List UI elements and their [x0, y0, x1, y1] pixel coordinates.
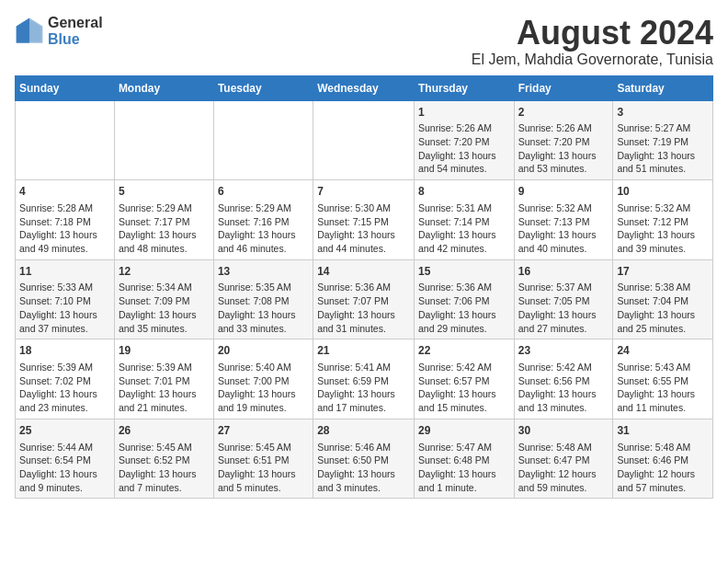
- calendar-week-row: 18Sunrise: 5:39 AMSunset: 7:02 PMDayligh…: [16, 339, 713, 419]
- day-info: Sunset: 7:04 PM: [617, 294, 709, 308]
- day-info: Sunset: 7:05 PM: [518, 294, 609, 308]
- calendar-header-row: SundayMondayTuesdayWednesdayThursdayFrid…: [16, 75, 713, 100]
- day-info: Sunset: 7:16 PM: [218, 215, 309, 229]
- day-number: 24: [617, 343, 709, 359]
- day-info: and 19 minutes.: [218, 401, 309, 415]
- day-info: Sunrise: 5:32 AM: [518, 201, 609, 215]
- day-info: Sunrise: 5:39 AM: [19, 361, 110, 374]
- calendar-day-cell: [313, 100, 415, 180]
- calendar-day-cell: 8Sunrise: 5:31 AMSunset: 7:14 PMDaylight…: [414, 180, 514, 260]
- column-header-wednesday: Wednesday: [313, 75, 415, 100]
- day-info: Daylight: 13 hours: [119, 228, 210, 242]
- day-number: 28: [317, 423, 410, 439]
- day-info: Daylight: 13 hours: [119, 308, 210, 322]
- svg-marker-2: [17, 18, 29, 43]
- day-info: Sunset: 7:19 PM: [617, 135, 709, 149]
- calendar-day-cell: 16Sunrise: 5:37 AMSunset: 7:05 PMDayligh…: [514, 259, 613, 339]
- day-info: and 3 minutes.: [317, 481, 410, 495]
- calendar-day-cell: 5Sunrise: 5:29 AMSunset: 7:17 PMDaylight…: [114, 180, 213, 260]
- day-info: Sunrise: 5:34 AM: [119, 281, 210, 294]
- day-info: and 51 minutes.: [617, 162, 709, 176]
- day-number: 5: [119, 184, 210, 200]
- day-info: and 27 minutes.: [518, 322, 609, 336]
- day-info: Sunset: 6:52 PM: [119, 454, 210, 467]
- day-info: Daylight: 12 hours: [518, 467, 609, 481]
- day-info: Daylight: 13 hours: [418, 467, 510, 481]
- day-number: 23: [518, 343, 609, 359]
- day-info: Sunrise: 5:29 AM: [119, 201, 210, 215]
- day-number: 29: [418, 423, 510, 439]
- day-number: 1: [418, 105, 510, 121]
- day-info: Sunset: 7:06 PM: [418, 294, 510, 308]
- day-number: 6: [218, 184, 309, 200]
- calendar-day-cell: 25Sunrise: 5:44 AMSunset: 6:54 PMDayligh…: [16, 419, 115, 499]
- day-info: Sunrise: 5:39 AM: [119, 361, 210, 374]
- calendar-day-cell: 1Sunrise: 5:26 AMSunset: 7:20 PMDaylight…: [414, 100, 514, 180]
- day-info: and 40 minutes.: [518, 242, 609, 256]
- calendar-day-cell: [16, 100, 115, 180]
- day-info: Sunrise: 5:36 AM: [317, 281, 410, 294]
- day-info: Sunrise: 5:47 AM: [418, 441, 510, 454]
- day-info: and 54 minutes.: [418, 162, 510, 176]
- day-info: and 46 minutes.: [218, 242, 309, 256]
- day-number: 27: [218, 423, 309, 439]
- day-number: 31: [617, 423, 709, 439]
- day-number: 14: [317, 264, 410, 280]
- day-info: Sunset: 7:18 PM: [19, 215, 110, 229]
- calendar-day-cell: [114, 100, 213, 180]
- calendar-day-cell: 9Sunrise: 5:32 AMSunset: 7:13 PMDaylight…: [514, 180, 613, 260]
- column-header-monday: Monday: [114, 75, 213, 100]
- day-info: Sunrise: 5:38 AM: [617, 281, 709, 294]
- day-info: Daylight: 13 hours: [317, 467, 410, 481]
- day-info: Daylight: 13 hours: [518, 387, 609, 401]
- day-info: Sunrise: 5:37 AM: [518, 281, 609, 294]
- calendar-day-cell: 27Sunrise: 5:45 AMSunset: 6:51 PMDayligh…: [213, 419, 313, 499]
- calendar-day-cell: 10Sunrise: 5:32 AMSunset: 7:12 PMDayligh…: [613, 180, 713, 260]
- day-info: Sunset: 7:20 PM: [418, 135, 510, 149]
- day-info: Sunrise: 5:27 AM: [617, 121, 709, 135]
- day-info: and 53 minutes.: [518, 162, 609, 176]
- logo: General Blue: [15, 15, 103, 48]
- day-info: Sunrise: 5:48 AM: [617, 441, 709, 454]
- day-info: Sunrise: 5:45 AM: [218, 441, 309, 454]
- day-info: Sunset: 7:09 PM: [119, 294, 210, 308]
- day-info: Sunset: 6:57 PM: [418, 374, 510, 388]
- day-number: 8: [418, 184, 510, 200]
- day-info: Daylight: 13 hours: [218, 467, 309, 481]
- day-info: Sunset: 6:48 PM: [418, 454, 510, 467]
- day-info: and 15 minutes.: [418, 401, 510, 415]
- day-info: Daylight: 13 hours: [218, 387, 309, 401]
- day-info: and 42 minutes.: [418, 242, 510, 256]
- day-info: Sunset: 7:02 PM: [19, 374, 110, 388]
- day-info: and 29 minutes.: [418, 322, 510, 336]
- day-info: and 1 minute.: [418, 481, 510, 495]
- calendar-day-cell: 19Sunrise: 5:39 AMSunset: 7:01 PMDayligh…: [114, 339, 213, 419]
- day-info: Sunset: 6:59 PM: [317, 374, 410, 388]
- day-info: Sunset: 7:13 PM: [518, 215, 609, 229]
- day-info: Sunset: 7:00 PM: [218, 374, 309, 388]
- calendar-day-cell: 4Sunrise: 5:28 AMSunset: 7:18 PMDaylight…: [16, 180, 115, 260]
- day-info: Daylight: 13 hours: [317, 387, 410, 401]
- day-info: Sunset: 7:14 PM: [418, 215, 510, 229]
- day-info: Sunrise: 5:29 AM: [218, 201, 309, 215]
- calendar-day-cell: 12Sunrise: 5:34 AMSunset: 7:09 PMDayligh…: [114, 259, 213, 339]
- day-info: Sunrise: 5:40 AM: [218, 361, 309, 374]
- day-info: Sunset: 7:10 PM: [19, 294, 110, 308]
- day-info: Sunset: 7:15 PM: [317, 215, 410, 229]
- day-info: Daylight: 13 hours: [418, 308, 510, 322]
- day-info: and 9 minutes.: [19, 481, 110, 495]
- calendar-day-cell: 22Sunrise: 5:42 AMSunset: 6:57 PMDayligh…: [414, 339, 514, 419]
- day-info: Sunrise: 5:35 AM: [218, 281, 309, 294]
- day-info: Daylight: 13 hours: [317, 228, 410, 242]
- calendar-week-row: 1Sunrise: 5:26 AMSunset: 7:20 PMDaylight…: [16, 100, 713, 180]
- day-info: Sunset: 6:54 PM: [19, 454, 110, 467]
- logo-icon: [15, 17, 44, 46]
- day-info: Sunset: 7:17 PM: [119, 215, 210, 229]
- day-number: 13: [218, 264, 309, 280]
- day-number: 11: [19, 264, 110, 280]
- day-info: Daylight: 13 hours: [218, 228, 309, 242]
- day-info: Sunset: 6:46 PM: [617, 454, 709, 467]
- location: El Jem, Mahdia Governorate, Tunisia: [472, 52, 713, 68]
- day-info: and 39 minutes.: [617, 242, 709, 256]
- day-info: Daylight: 13 hours: [19, 387, 110, 401]
